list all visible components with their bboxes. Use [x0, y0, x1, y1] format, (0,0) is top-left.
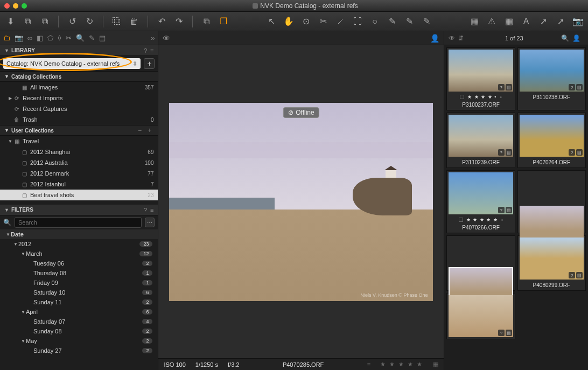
import-icon[interactable]: ⬇: [4, 16, 16, 27]
thumbnail[interactable]: ?▤★ ★ ★ ★ ★•P4070266.ORF: [446, 170, 515, 233]
filter-item[interactable]: Sunday 082: [0, 326, 158, 336]
cursor-select-icon[interactable]: ↖: [265, 16, 277, 27]
local-tab-icon[interactable]: ✎: [89, 34, 95, 42]
mask-erase-icon[interactable]: ✎: [421, 16, 432, 27]
grid-icon[interactable]: ▦: [468, 16, 480, 27]
tether-icon[interactable]: ⧉: [39, 16, 51, 27]
catalog-collections-header[interactable]: ▼ Catalog Collections: [0, 71, 158, 82]
mask-draw-icon[interactable]: ✎: [403, 16, 415, 27]
rating-stars[interactable]: ★ ★ ★ ★ ★: [380, 361, 423, 368]
filter-item[interactable]: Sunday 112: [0, 297, 158, 307]
filter-item[interactable]: ▼April6: [0, 307, 158, 317]
capture-icon[interactable]: ⧉: [22, 16, 33, 27]
thumbnail[interactable]: ?▤★ ★ ★ ★ ••P3100237.ORF: [446, 47, 515, 110]
collection-icon: ⟳: [13, 106, 20, 112]
close-window[interactable]: [4, 3, 10, 9]
thumb-rating[interactable]: ★ ★ ★ ★ ★•: [447, 216, 514, 224]
thumbnail[interactable]: ?▤: [446, 293, 515, 339]
send-down-icon[interactable]: ➚: [555, 16, 566, 27]
meta-tab-icon[interactable]: ▤: [99, 34, 106, 42]
user-icon[interactable]: 👤: [430, 34, 439, 43]
redo-icon[interactable]: ↷: [173, 16, 185, 27]
trash-icon[interactable]: 🗑: [128, 16, 140, 27]
library-tab-icon[interactable]: 🗀: [3, 34, 10, 42]
tree-item[interactable]: ▦All Images357: [0, 82, 158, 93]
tree-item[interactable]: ⟳Recent Captures: [0, 103, 158, 114]
filters-panel-header[interactable]: ▼ FILTERS ? ≡: [0, 205, 158, 215]
thumbnail[interactable]: ?▤P4080299.ORF: [517, 235, 586, 291]
help-icon[interactable]: ?: [144, 207, 147, 213]
levels-tab-icon[interactable]: ◊: [58, 34, 61, 42]
tree-item[interactable]: ▼▦Travel: [0, 136, 158, 146]
filter-item[interactable]: Saturday 106: [0, 288, 158, 297]
copy-adj-icon[interactable]: ⧉: [200, 16, 212, 27]
thumb-rating[interactable]: ★ ★ ★ ★ ••: [447, 93, 514, 101]
lens-tab-icon[interactable]: ∞: [27, 34, 32, 42]
loupe-icon[interactable]: ⊙: [300, 16, 312, 27]
preview-eye-icon[interactable]: 👁: [449, 34, 455, 42]
help-icon[interactable]: ?: [144, 47, 147, 54]
more-tabs-icon[interactable]: »: [151, 34, 155, 42]
thumbnail[interactable]: ?▤P3110238.ORF: [517, 47, 586, 110]
spot-icon[interactable]: ○: [369, 16, 381, 27]
thumbnail[interactable]: ?▤P3110239.ORF: [446, 113, 515, 168]
capture-tab-icon[interactable]: 📷: [15, 34, 23, 42]
pipette-icon[interactable]: ✎: [386, 16, 398, 27]
thumbnail[interactable]: ?▤P4070269.ORF: [517, 170, 586, 233]
library-panel-header[interactable]: ▼ LIBRARY ? ≡: [0, 45, 158, 56]
search-options-button[interactable]: ⋯: [145, 218, 155, 227]
auto-adj-icon[interactable]: ❐: [218, 16, 229, 27]
filter-item[interactable]: Saturday 074: [0, 317, 158, 326]
filter-item[interactable]: ▼March12: [0, 249, 158, 259]
thumbnail[interactable]: ?▤P4070264.ORF: [517, 113, 586, 168]
menu-icon[interactable]: ≡: [367, 361, 370, 368]
crop-tab-icon[interactable]: ✂: [66, 34, 72, 42]
label-a-icon[interactable]: A: [520, 16, 532, 27]
minimize-window[interactable]: [13, 3, 18, 9]
panel-menu-icon[interactable]: ≡: [150, 207, 153, 213]
filter-item[interactable]: Tuesday 062: [0, 259, 158, 268]
crop-icon[interactable]: ✂: [317, 16, 329, 27]
camera-icon[interactable]: 📷: [572, 16, 584, 27]
pan-hand-icon[interactable]: ✋: [283, 16, 295, 27]
color-tag-icon[interactable]: ▦: [433, 361, 438, 368]
detail-tab-icon[interactable]: 🔍: [76, 34, 85, 42]
tree-item[interactable]: ▶⟳Recent Imports: [0, 93, 158, 103]
filter-item[interactable]: ▼May2: [0, 336, 158, 346]
color-tab-icon[interactable]: ⬠: [47, 34, 53, 42]
keystone-icon[interactable]: ⛶: [352, 16, 363, 27]
send-up-icon[interactable]: ➚: [537, 16, 549, 27]
filter-search-input[interactable]: [15, 217, 142, 228]
tree-item[interactable]: ▢2012 Istanbul7: [0, 179, 158, 190]
tree-item[interactable]: ▢2012 Denmark77: [0, 168, 158, 179]
zoom-window[interactable]: [22, 3, 27, 9]
filter-item[interactable]: Thursday 081: [0, 268, 158, 278]
add-catalog-button[interactable]: +: [144, 58, 155, 69]
tree-item[interactable]: ▢2012 Australia100: [0, 157, 158, 168]
tree-item[interactable]: ▢Best travel shots23: [0, 190, 158, 200]
thumbnail[interactable]: ?▤P4070285.ORF: [446, 235, 515, 291]
sort-icon[interactable]: ⇵: [458, 34, 464, 42]
tree-item[interactable]: 🗑Trash0: [0, 114, 158, 125]
straighten-icon[interactable]: ⟋: [334, 16, 346, 27]
collection-ops[interactable]: − +: [138, 127, 153, 134]
zoom-out-icon[interactable]: 🔍: [561, 34, 569, 42]
panel-menu-icon[interactable]: ≡: [150, 47, 153, 54]
image-viewer[interactable]: ⊘ Offline Niels V. Knudsen © Phase One: [158, 45, 444, 358]
rotate-left-icon[interactable]: ↺: [66, 16, 78, 27]
tree-item[interactable]: ▢2012 Shanghai69: [0, 146, 158, 157]
user-collections-header[interactable]: ▼ User Collections − +: [0, 125, 158, 136]
filter-item[interactable]: Sunday 272: [0, 346, 158, 355]
undo-icon[interactable]: ↶: [156, 16, 167, 27]
catalog-dropdown[interactable]: Catalog: NVK Demo Catalog - external ref…: [3, 58, 141, 69]
move-icon[interactable]: ⿻: [111, 16, 123, 27]
filter-item[interactable]: ▼Date: [0, 229, 158, 239]
preview-toggle-icon[interactable]: 👁: [163, 34, 170, 43]
filter-item[interactable]: ▼201223: [0, 239, 158, 249]
exposure-tab-icon[interactable]: ◧: [37, 34, 43, 42]
histogram-icon[interactable]: ▦: [503, 16, 515, 27]
rotate-right-icon[interactable]: ↻: [83, 16, 95, 27]
filter-item[interactable]: Friday 091: [0, 278, 158, 288]
warning-icon[interactable]: ⚠: [486, 16, 498, 27]
zoom-in-icon[interactable]: 👤: [572, 34, 580, 42]
